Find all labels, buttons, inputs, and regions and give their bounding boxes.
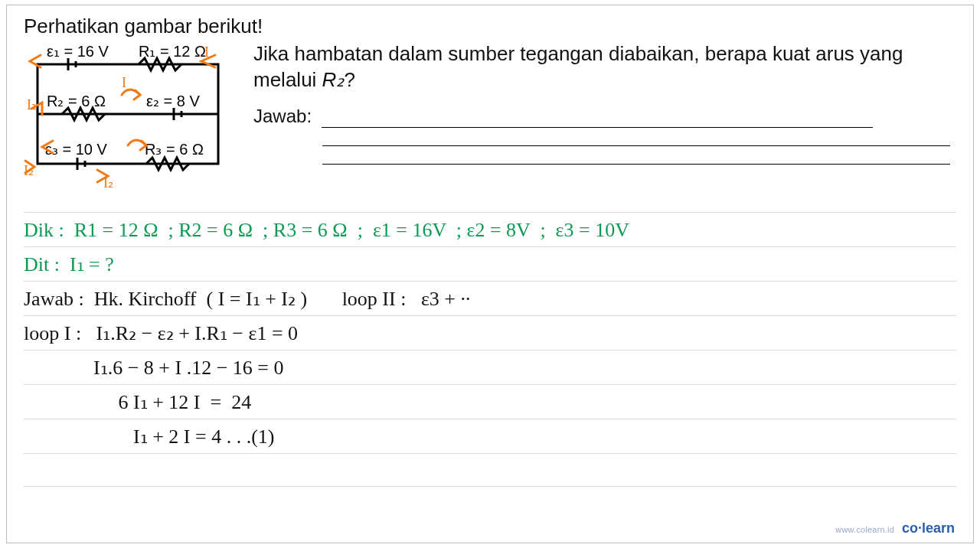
line-dit: Dit : I₁ = ?: [24, 247, 956, 281]
question-line2c: ?: [344, 68, 354, 91]
problem-row: ε₁ = 16 V R₁ = 12 Ω R₂ = 6 Ω ε₂ = 8 V ε₃…: [24, 41, 956, 187]
line-loop1d: I₁ + 2 I = 4 . . .(1): [24, 419, 956, 453]
line-loop1a: loop I : I₁.R₂ − ε₂ + I.R₁ − ε1 = 0: [24, 316, 956, 350]
question-line1: Jika hambatan dalam sumber tegangan diab…: [253, 42, 903, 65]
worked-solution: Dik : R1 = 12 Ω ; R2 = 6 Ω ; R3 = 6 Ω ; …: [24, 212, 956, 487]
page-frame: Perhatikan gambar berikut!: [6, 5, 974, 543]
annot-I-top: I: [204, 44, 209, 60]
problem-title: Perhatikan gambar berikut!: [24, 15, 956, 38]
footer-brand: co·learn: [902, 520, 955, 536]
answer-blank-1: [322, 107, 873, 127]
line-dik: Dik : R1 = 12 Ω ; R2 = 6 Ω ; R3 = 6 Ω ; …: [24, 213, 956, 246]
answer-blank-3: [322, 163, 950, 165]
circuit-svg: ε₁ = 16 V R₁ = 12 Ω R₂ = 6 Ω ε₂ = 8 V ε₃…: [24, 41, 232, 187]
label-e3: ε₃ = 10 V: [45, 141, 108, 158]
question-R2: R₂: [322, 68, 345, 91]
annot-I2-left: I₂: [24, 162, 34, 179]
label-r2: R₂ = 6 Ω: [47, 93, 106, 109]
line-jawab-hdr: Jawab : Hk. Kirchoff ( I = I₁ + I₂ ) loo…: [24, 282, 956, 315]
line-loop1c: 6 I₁ + 12 I = 24: [24, 385, 956, 419]
circuit-diagram: ε₁ = 16 V R₁ = 12 Ω R₂ = 6 Ω ε₂ = 8 V ε₃…: [24, 41, 232, 187]
jawab-label: Jawab:: [253, 106, 312, 126]
annot-I1: I₁: [27, 96, 37, 113]
label-r1: R₁ = 12 Ω: [139, 43, 206, 60]
label-r3: R₃ = 6 Ω: [145, 141, 204, 158]
label-e2: ε₂ = 8 V: [146, 93, 200, 109]
rule: [24, 486, 956, 487]
line-loop1b: I₁.6 − 8 + I .12 − 16 = 0: [24, 350, 956, 384]
label-e1: ε₁ = 16 V: [47, 43, 109, 60]
answer-blank-2: [322, 145, 950, 146]
jawab-row: Jawab:: [253, 104, 956, 165]
question-text: Jika hambatan dalam sumber tegangan diab…: [253, 41, 956, 165]
annot-I-mid: I: [122, 75, 126, 91]
footer-url: www.colearn.id: [835, 525, 894, 534]
question-line2a: melalui: [253, 68, 322, 91]
annot-I2-bottom: I₂: [103, 174, 113, 191]
footer: www.colearn.id co·learn: [835, 520, 955, 536]
problem-block: Perhatikan gambar berikut!: [7, 5, 973, 187]
